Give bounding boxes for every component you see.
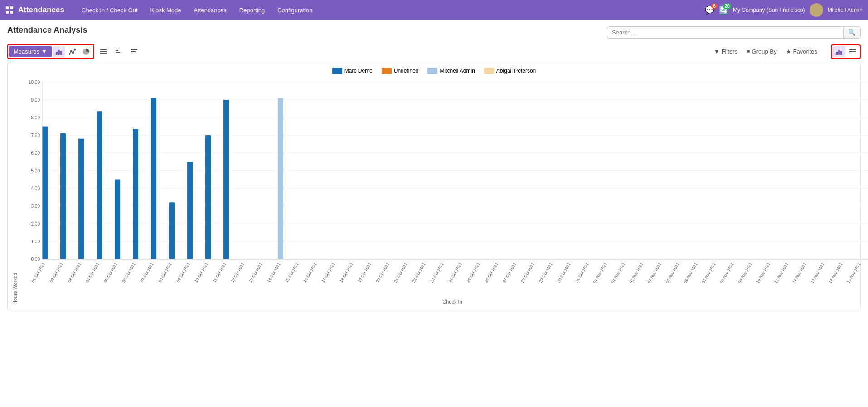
- svg-rect-52: [60, 133, 66, 259]
- svg-rect-22: [836, 52, 838, 55]
- svg-text:16 Oct 2021: 16 Oct 2021: [303, 262, 318, 283]
- filters-label: Filters: [722, 48, 737, 55]
- svg-text:09 Oct 2021: 09 Oct 2021: [176, 262, 191, 283]
- search-button[interactable]: 🔍: [843, 27, 860, 38]
- svg-text:03 Oct 2021: 03 Oct 2021: [67, 262, 82, 283]
- svg-text:29 Oct 2021: 29 Oct 2021: [538, 262, 553, 283]
- svg-text:09 Nov 2021: 09 Nov 2021: [737, 262, 753, 284]
- svg-rect-16: [116, 54, 122, 54]
- nav-checkinout[interactable]: Check In / Check Out: [75, 0, 144, 20]
- groupby-label: Group By: [752, 48, 777, 55]
- svg-rect-56: [97, 111, 102, 259]
- chart-container: Marc Demo Undefined Mitchell Admin Abiga…: [7, 63, 861, 309]
- nav-attendances[interactable]: Attendances: [188, 0, 233, 20]
- svg-text:17 Oct 2021: 17 Oct 2021: [321, 262, 336, 283]
- svg-text:04 Oct 2021: 04 Oct 2021: [85, 262, 100, 283]
- page-title: Attendance Analysis: [7, 25, 87, 35]
- list-view-button[interactable]: [846, 46, 859, 57]
- svg-rect-7: [58, 50, 60, 55]
- svg-rect-50: [42, 127, 48, 260]
- svg-text:05 Oct 2021: 05 Oct 2021: [103, 262, 118, 283]
- svg-rect-13: [100, 49, 107, 50]
- svg-rect-64: [169, 202, 175, 259]
- svg-rect-62: [151, 98, 156, 259]
- chart-scroll-wrapper[interactable]: 0.001.002.003.004.005.006.007.008.009.00…: [19, 78, 868, 297]
- svg-point-12: [74, 49, 75, 50]
- svg-rect-24: [840, 51, 842, 55]
- sort-asc-button[interactable]: [112, 46, 125, 57]
- app-grid-icon[interactable]: [5, 6, 14, 14]
- svg-rect-21: [131, 54, 134, 54]
- svg-text:10 Oct 2021: 10 Oct 2021: [194, 262, 209, 283]
- svg-rect-60: [133, 129, 138, 259]
- svg-rect-15: [100, 53, 107, 54]
- favorites-star-icon: ★: [786, 48, 791, 55]
- svg-rect-1: [10, 6, 13, 9]
- favorites-button[interactable]: ★ Favorites: [782, 46, 821, 57]
- sort-desc-button[interactable]: [128, 46, 141, 57]
- bar-chart-button[interactable]: [53, 46, 65, 57]
- messages-count: 8: [711, 3, 718, 9]
- svg-text:2.00: 2.00: [31, 221, 40, 226]
- messages-notification[interactable]: 💬 8: [705, 5, 714, 15]
- svg-text:12 Oct 2021: 12 Oct 2021: [230, 262, 245, 283]
- company-name: My Company (San Francisco): [733, 7, 805, 13]
- pie-chart-button[interactable]: [80, 46, 92, 57]
- svg-text:8.00: 8.00: [31, 115, 40, 120]
- legend-color-undefined: [382, 68, 392, 74]
- search-bar: 🔍: [607, 26, 861, 39]
- svg-rect-14: [100, 51, 107, 52]
- svg-text:25 Oct 2021: 25 Oct 2021: [466, 262, 481, 283]
- svg-text:01 Nov 2021: 01 Nov 2021: [592, 262, 608, 284]
- svg-text:18 Oct 2021: 18 Oct 2021: [339, 262, 354, 283]
- svg-text:05 Nov 2021: 05 Nov 2021: [665, 262, 680, 284]
- filters-button[interactable]: ▼ Filters: [710, 46, 741, 57]
- chart-grid: 0.001.002.003.004.005.006.007.008.009.00…: [19, 78, 868, 297]
- user-avatar[interactable]: [810, 3, 823, 17]
- measures-chart-group: Measures ▼: [7, 44, 94, 59]
- svg-text:06 Oct 2021: 06 Oct 2021: [121, 262, 136, 283]
- chart-view-button[interactable]: [833, 46, 845, 57]
- svg-text:07 Nov 2021: 07 Nov 2021: [701, 262, 717, 284]
- y-axis-label: Hours Worked: [12, 78, 18, 304]
- line-chart-button[interactable]: [66, 46, 79, 57]
- svg-text:23 Oct 2021: 23 Oct 2021: [430, 262, 445, 283]
- stacked-button[interactable]: [97, 46, 110, 57]
- svg-rect-27: [849, 54, 856, 54]
- nav-kiosk[interactable]: Kiosk Mode: [144, 0, 188, 20]
- nav-configuration[interactable]: Configuration: [271, 0, 319, 20]
- svg-text:9.00: 9.00: [31, 98, 40, 103]
- svg-rect-58: [115, 180, 120, 260]
- svg-text:5.00: 5.00: [31, 168, 40, 173]
- topnav-right: 💬 8 🔄 20 My Company (San Francisco) Mitc…: [705, 3, 863, 17]
- nav-reporting[interactable]: Reporting: [233, 0, 271, 20]
- svg-rect-19: [131, 49, 137, 50]
- groupby-icon: ≡: [747, 48, 750, 55]
- measures-button[interactable]: Measures ▼: [9, 46, 52, 57]
- svg-text:15 Nov 2021: 15 Nov 2021: [846, 262, 862, 284]
- svg-text:19 Oct 2021: 19 Oct 2021: [357, 262, 372, 283]
- svg-text:24 Oct 2021: 24 Oct 2021: [448, 262, 463, 283]
- measures-label: Measures: [14, 48, 39, 55]
- svg-text:26 Oct 2021: 26 Oct 2021: [484, 262, 499, 283]
- activities-notification[interactable]: 🔄 20: [719, 5, 728, 15]
- svg-rect-66: [187, 162, 193, 260]
- groupby-button[interactable]: ≡ Group By: [743, 46, 781, 57]
- svg-rect-2: [6, 11, 9, 14]
- svg-rect-20: [131, 51, 136, 52]
- svg-text:21 Oct 2021: 21 Oct 2021: [393, 262, 408, 283]
- svg-text:11 Oct 2021: 11 Oct 2021: [212, 262, 227, 283]
- chart-inner: 0.001.002.003.004.005.006.007.008.009.00…: [19, 78, 868, 304]
- svg-text:11 Nov 2021: 11 Nov 2021: [774, 262, 789, 284]
- legend-label-marc: Marc Demo: [344, 68, 373, 74]
- svg-rect-74: [278, 98, 283, 259]
- svg-text:04 Nov 2021: 04 Nov 2021: [647, 262, 662, 284]
- svg-text:15 Oct 2021: 15 Oct 2021: [285, 262, 300, 283]
- svg-rect-68: [205, 135, 211, 259]
- legend-undefined: Undefined: [382, 68, 419, 74]
- svg-text:3.00: 3.00: [31, 204, 40, 209]
- svg-rect-8: [60, 51, 62, 55]
- view-icons-group: [831, 44, 861, 59]
- search-input[interactable]: [607, 27, 843, 38]
- svg-text:12 Nov 2021: 12 Nov 2021: [792, 262, 807, 284]
